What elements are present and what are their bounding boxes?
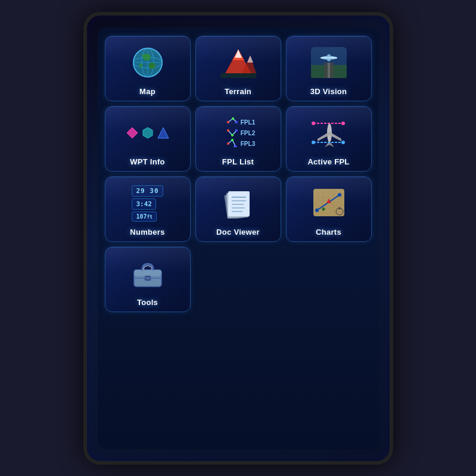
row-2: WPT Info: [105, 106, 372, 172]
3dvision-label: 3D Vision: [310, 87, 347, 96]
svg-rect-72: [134, 270, 161, 276]
numbers-tile[interactable]: 29 30 3:42 107ft Numbers: [105, 176, 191, 242]
svg-point-37: [227, 142, 229, 145]
svg-point-49: [341, 141, 345, 144]
3dvision-tile[interactable]: 3D Vision: [286, 36, 372, 101]
row-3: 29 30 3:42 107ft Numbers: [105, 176, 372, 242]
row-4: Tools: [105, 247, 372, 312]
svg-marker-21: [158, 127, 169, 138]
charts-tile[interactable]: N Charts: [286, 176, 372, 242]
fpllist-label: FPL List: [222, 157, 254, 166]
tools-icon: [109, 252, 186, 295]
3dvision-icon: [290, 41, 368, 85]
terrain-icon: [200, 41, 277, 85]
map-icon: [109, 41, 186, 85]
svg-point-25: [227, 121, 229, 123]
svg-point-65: [338, 193, 341, 197]
svg-rect-11: [220, 73, 256, 78]
svg-point-26: [232, 117, 234, 120]
svg-rect-52: [228, 191, 250, 216]
svg-point-64: [315, 209, 319, 212]
activefpl-tile[interactable]: Active FPL: [286, 106, 372, 172]
svg-point-39: [234, 145, 237, 147]
svg-point-27: [235, 121, 238, 123]
docviewer-label: Doc Viewer: [216, 228, 260, 237]
wptinfo-tile[interactable]: WPT Info: [105, 106, 191, 172]
device-frame: Map Ter: [83, 12, 393, 465]
activefpl-icon: [290, 111, 368, 155]
svg-point-48: [312, 141, 315, 144]
fpllist-tile[interactable]: FPL1 FPL2: [195, 106, 281, 172]
svg-point-47: [341, 122, 345, 125]
docviewer-tile[interactable]: Doc Viewer: [195, 176, 281, 242]
svg-rect-15: [328, 63, 330, 78]
svg-marker-20: [143, 127, 153, 138]
numbers-icon: 29 30 3:42 107ft: [109, 182, 186, 225]
svg-point-33: [235, 129, 238, 132]
svg-text:N: N: [338, 207, 341, 210]
charts-icon: N: [290, 182, 368, 225]
svg-marker-10: [247, 55, 253, 63]
svg-point-38: [231, 139, 234, 141]
terrain-tile[interactable]: Terrain: [195, 36, 281, 101]
activefpl-label: Active FPL: [307, 157, 349, 166]
svg-marker-8: [235, 49, 242, 58]
svg-point-46: [312, 122, 315, 125]
fpllist-icon: FPL1 FPL2: [200, 111, 277, 155]
svg-point-31: [227, 129, 229, 132]
docviewer-icon: [200, 182, 277, 225]
svg-marker-19: [127, 127, 138, 138]
terrain-label: Terrain: [225, 87, 251, 96]
tools-label: Tools: [137, 298, 158, 307]
charts-label: Charts: [316, 228, 341, 237]
tools-tile[interactable]: Tools: [105, 247, 191, 312]
numbers-label: Numbers: [130, 228, 164, 237]
map-label: Map: [139, 87, 155, 96]
map-tile[interactable]: Map: [105, 36, 191, 101]
wptinfo-label: WPT Info: [130, 157, 165, 166]
wptinfo-icon: [109, 111, 186, 155]
row-1: Map Ter: [105, 36, 372, 101]
svg-point-32: [231, 134, 234, 136]
screen: Map Ter: [98, 27, 379, 449]
